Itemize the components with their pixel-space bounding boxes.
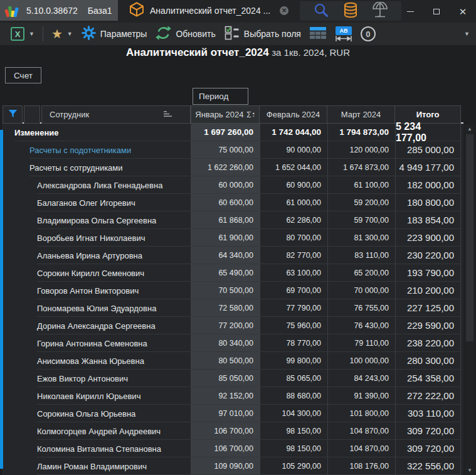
table-row: Колмогорцев Андрей Андреевич 106 700,00 … <box>3 422 463 440</box>
cell-february: 1 652 044,00 <box>260 159 327 176</box>
row-name-cell[interactable]: Анисимова Жанна Юрьевна <box>3 352 191 370</box>
cell-march: 101 800,00 <box>327 405 395 422</box>
cell-total: 180 800,00 <box>395 194 461 211</box>
scrollbar-thumb[interactable] <box>466 134 473 341</box>
cell-february: 1 742 044,00 <box>260 124 327 141</box>
cell-total: 254 358,00 <box>395 370 461 387</box>
search-icon[interactable] <box>313 2 329 21</box>
column-width-icon: AB <box>336 26 352 41</box>
column-header-employee-label: Сотрудник <box>50 110 89 119</box>
cell-march: 83 110,00 <box>327 247 395 264</box>
sort-icon[interactable] <box>163 110 172 120</box>
export-excel-button[interactable]: X ▼ <box>6 24 39 43</box>
row-name: Ежов Виктор Антонович <box>3 374 128 383</box>
cell-february: 60 900,00 <box>260 176 327 194</box>
row-name-cell[interactable]: Аланьева Ирина Артуровна <box>3 247 191 264</box>
row-link-cell[interactable]: Расчеты с подотчетниками <box>3 141 191 159</box>
sigma-icon: Σ <box>246 110 251 119</box>
document-tab[interactable]: Аналитический отчет_2024 ... ✕ <box>123 0 295 21</box>
database-icon[interactable] <box>343 2 358 21</box>
cell-february: 82 770,00 <box>260 247 327 264</box>
cell-january: 106 700,00 <box>191 440 260 457</box>
column-header-total-label: Итого <box>416 110 440 119</box>
base-name[interactable]: База1 <box>88 6 112 16</box>
table-row: Анисимова Жанна Юрьевна 80 500,00 99 800… <box>3 352 463 370</box>
vertical-scrollbar[interactable]: ▲ ▼ <box>465 124 475 475</box>
gear-icon <box>82 26 96 42</box>
refresh-button[interactable]: Обновить <box>151 24 219 43</box>
scroll-down-icon[interactable]: ▼ <box>465 467 475 473</box>
column-header-january[interactable]: Январь 2024 Σ ▲ ▼ <box>191 105 260 124</box>
cell-march: 81 300,00 <box>327 229 395 247</box>
column-header-march-label: Март 2024 <box>341 110 381 119</box>
row-name-cell[interactable]: Николаев Кирилл Юрьевич <box>3 387 191 405</box>
filter-button[interactable] <box>3 105 23 124</box>
table-row: Дорина Александра Сергеевна 77 200,00 75… <box>3 317 463 334</box>
app-tab[interactable]: 5.10.0.38672 База1 <box>0 0 118 21</box>
left-scrollbar-thumb[interactable] <box>0 130 3 469</box>
row-name-cell[interactable]: Александрова Лика Геннадьевна <box>3 176 191 194</box>
cell-march: 79 110,00 <box>327 334 395 352</box>
table-row: Говоров Антон Викторович 70 500,00 69 70… <box>3 282 463 299</box>
cell-total: 183 854,00 <box>395 211 461 229</box>
app-window: 5.10.0.38672 База1 Аналитический отчет_2… <box>0 0 476 475</box>
toolbar-overflow-chevron-icon[interactable]: ▼ <box>464 31 470 37</box>
table-view-button[interactable] <box>305 24 331 43</box>
row-name-cell[interactable]: Расчеты с сотрудниками <box>3 159 191 176</box>
cell-total: 193 790,00 <box>395 264 461 282</box>
row-name-cell[interactable]: Колмогорцев Андрей Андреевич <box>3 422 191 440</box>
column-header-employee[interactable]: Сотрудник <box>41 105 191 124</box>
cell-february: 98 150,00 <box>260 440 327 457</box>
cell-february: 105 290,00 <box>260 457 327 475</box>
cell-total: 309 720,00 <box>395 422 461 440</box>
row-name: Расчеты с сотрудниками <box>3 163 123 173</box>
cell-january: 64 340,00 <box>191 247 260 264</box>
row-name-cell[interactable]: Говоров Антон Викторович <box>3 282 191 299</box>
autofit-width-button[interactable]: AB <box>331 24 356 43</box>
period-field-button[interactable]: Период <box>193 88 248 105</box>
parameters-button[interactable]: Параметры <box>77 24 152 43</box>
row-name-cell[interactable]: Горина Антонина Семеновна <box>3 334 191 352</box>
excel-icon: X <box>11 27 24 41</box>
row-name: Сорокина Ольга Юрьевна <box>3 409 135 419</box>
chevron-down-icon[interactable]: ▼ <box>29 31 34 37</box>
cell-march: 70 000,00 <box>327 282 395 299</box>
table-row: Воробьев Игнат Николаевич 61 900,00 80 7… <box>3 229 463 247</box>
row-name-cell[interactable]: Владимирова Ольга Сергеевна <box>3 211 191 229</box>
row-name-cell[interactable]: Балаганов Олег Игоревич <box>3 194 191 211</box>
account-field-button[interactable]: Счет <box>5 67 41 83</box>
chevron-down-icon[interactable]: ▼ <box>67 31 73 37</box>
minimize-button[interactable] <box>397 0 423 23</box>
row-name-cell[interactable]: Ежов Виктор Антонович <box>3 370 191 387</box>
row-name-cell[interactable]: Ламин Роман Владимирович <box>3 457 191 475</box>
tab-close-icon[interactable]: ✕ <box>280 6 288 15</box>
column-header-february[interactable]: Февраль 2024 <box>260 105 327 124</box>
hide-zeros-button[interactable]: 0 <box>356 24 380 43</box>
beach-umbrella-icon[interactable] <box>372 2 388 20</box>
column-header-march[interactable]: Март 2024 <box>327 105 395 124</box>
row-name: Владимирова Ольга Сергеевна <box>3 216 156 225</box>
row-name-cell[interactable]: Коломина Виталина Степановна <box>3 440 191 457</box>
row-name-cell[interactable]: Воробьев Игнат Николаевич <box>3 229 191 247</box>
table-grid-icon <box>310 26 327 41</box>
row-name-cell[interactable]: Сорокина Ольга Юрьевна <box>3 405 191 422</box>
row-name-cell[interactable]: Сорокин Кирилл Семенович <box>3 264 191 282</box>
maximize-button[interactable] <box>423 0 450 23</box>
sort-down-icon: ▼ <box>252 115 255 118</box>
row-name: Александрова Лика Геннадьевна <box>3 181 162 190</box>
select-fields-button[interactable]: Выбрать поля <box>220 24 305 43</box>
table-row: Балаганов Олег Игоревич 60 600,00 61 000… <box>3 194 463 211</box>
cell-march: 1 674 873,00 <box>327 159 395 176</box>
row-name-cell[interactable]: Дорина Александра Сергеевна <box>3 317 191 334</box>
favorites-button[interactable]: ★ ▼ <box>47 24 77 43</box>
scroll-up-icon[interactable]: ▲ <box>465 126 475 132</box>
row-name-cell[interactable]: Пономарева Юлия Эдуардовна <box>3 299 191 317</box>
row-name: Ламин Роман Владимирович <box>3 462 147 471</box>
cell-total: 230 220,00 <box>395 247 461 264</box>
row-name-cell[interactable]: Изменение <box>3 124 191 141</box>
close-button[interactable]: ✕ <box>450 0 476 23</box>
row-name: Николаев Кирилл Юрьевич <box>3 392 140 401</box>
ab-label: AB <box>336 26 352 35</box>
cell-january: 80 500,00 <box>191 352 260 370</box>
header-empty-cell[interactable] <box>24 105 40 124</box>
